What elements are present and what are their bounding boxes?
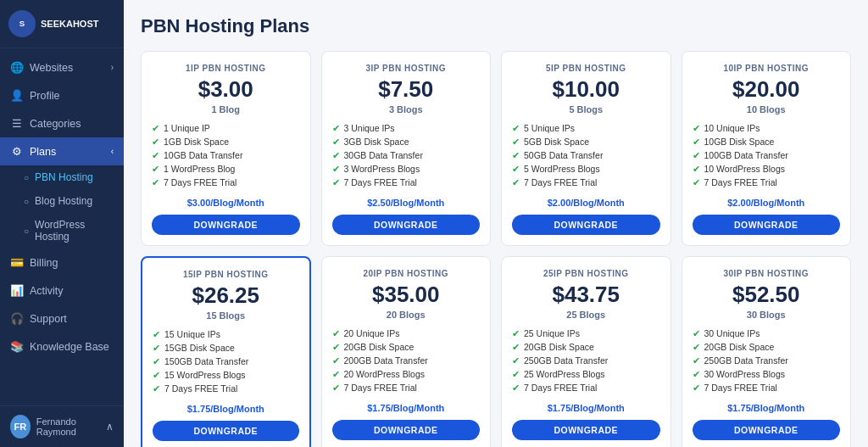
- logo-icon: S: [8, 10, 36, 37]
- sidebar-item-websites[interactable]: 🌐 Websites ›: [0, 53, 124, 81]
- downgrade-button-3ip[interactable]: DOWNGRADE: [332, 215, 481, 235]
- feature-item: ✔20 WordPress Blogs: [332, 367, 481, 381]
- sidebar-item-activity-label: Activity: [30, 285, 64, 297]
- checkmark-icon: ✔: [693, 369, 700, 380]
- feature-item: ✔7 Days FREE Trial: [693, 381, 841, 394]
- sidebar-navigation: 🌐 Websites › 👤 Profile ☰ Categories ⚙ Pl…: [0, 48, 124, 405]
- feature-item: ✔7 Days FREE Trial: [332, 176, 481, 189]
- feature-item: ✔3 Unique IPs: [332, 121, 481, 135]
- plan-per-blog-20ip: $1.75/Blog/Month: [367, 403, 444, 413]
- downgrade-button-10ip[interactable]: DOWNGRADE: [693, 215, 841, 235]
- plan-per-blog-25ip: $1.75/Blog/Month: [548, 403, 625, 413]
- plan-per-blog-1ip: $3.00/Blog/Month: [187, 198, 264, 208]
- plan-blogs-1ip: 1 Blog: [211, 104, 240, 115]
- main-content: PBN Hosting Plans 1IP PBN HOSTING$3.001 …: [124, 0, 868, 447]
- checkmark-icon: ✔: [693, 342, 700, 353]
- blog-hosting-dot-icon: ○: [24, 197, 29, 206]
- plan-price-25ip: $43.75: [552, 282, 620, 308]
- checkmark-icon: ✔: [693, 137, 700, 148]
- feature-item: ✔20GB Disk Space: [512, 340, 660, 354]
- sidebar-item-knowledge-base[interactable]: 📚 Knowledge Base: [0, 332, 124, 360]
- feature-item: ✔1 Unique IP: [152, 121, 300, 135]
- feature-item: ✔10GB Disk Space: [693, 135, 841, 148]
- plan-name-30ip: 30IP PBN HOSTING: [723, 269, 809, 278]
- plan-blogs-10ip: 10 Blogs: [747, 104, 786, 115]
- plan-features-1ip: ✔1 Unique IP✔1GB Disk Space✔10GB Data Tr…: [152, 121, 300, 189]
- websites-arrow-icon: ›: [111, 63, 114, 72]
- categories-icon: ☰: [10, 117, 24, 130]
- sidebar-subitem-wordpress-label: WordPress Hosting: [35, 219, 114, 243]
- checkmark-icon: ✔: [332, 342, 340, 353]
- logo-text: SEEKAHOST: [41, 19, 98, 29]
- sidebar-item-support[interactable]: 🎧 Support: [0, 305, 124, 332]
- sidebar-subitem-pbn-hosting[interactable]: ○ PBN Hosting: [0, 165, 124, 189]
- feature-item: ✔15 Unique IPs: [153, 327, 299, 341]
- plan-features-3ip: ✔3 Unique IPs✔3GB Disk Space✔30GB Data T…: [332, 121, 481, 189]
- checkmark-icon: ✔: [512, 369, 520, 380]
- plan-features-25ip: ✔25 Unique IPs✔20GB Disk Space✔250GB Dat…: [512, 327, 660, 394]
- feature-item: ✔30 Unique IPs: [693, 327, 841, 340]
- checkmark-icon: ✔: [693, 383, 700, 394]
- user-menu-arrow-icon[interactable]: ∧: [106, 421, 114, 433]
- checkmark-icon: ✔: [152, 164, 159, 175]
- downgrade-button-15ip[interactable]: DOWNGRADE: [153, 421, 299, 441]
- profile-icon: 👤: [10, 89, 24, 102]
- feature-item: ✔25 Unique IPs: [512, 327, 660, 340]
- checkmark-icon: ✔: [152, 137, 159, 148]
- sidebar-item-activity[interactable]: 📊 Activity: [0, 277, 124, 305]
- feature-item: ✔15GB Disk Space: [153, 341, 299, 355]
- plan-card-15ip: 15IP PBN HOSTING$26.2515 Blogs✔15 Unique…: [141, 256, 311, 447]
- feature-item: ✔7 Days FREE Trial: [332, 381, 481, 394]
- plan-per-blog-5ip: $2.00/Blog/Month: [548, 198, 625, 208]
- checkmark-icon: ✔: [153, 343, 160, 354]
- plan-price-1ip: $3.00: [198, 76, 253, 103]
- plan-per-blog-3ip: $2.50/Blog/Month: [367, 198, 444, 208]
- sidebar-item-profile[interactable]: 👤 Profile: [0, 81, 124, 109]
- sidebar-user[interactable]: FR Fernando Raymond ∧: [0, 405, 124, 447]
- feature-item: ✔7 Days FREE Trial: [153, 382, 299, 395]
- checkmark-icon: ✔: [512, 355, 520, 366]
- feature-item: ✔20 Unique IPs: [332, 327, 481, 340]
- checkmark-icon: ✔: [512, 342, 520, 353]
- checkmark-icon: ✔: [693, 177, 700, 188]
- downgrade-button-25ip[interactable]: DOWNGRADE: [512, 420, 660, 440]
- checkmark-icon: ✔: [152, 177, 159, 188]
- sidebar-subitem-wordpress-hosting[interactable]: ○ WordPress Hosting: [0, 213, 124, 249]
- checkmark-icon: ✔: [332, 137, 340, 148]
- feature-item: ✔1GB Disk Space: [152, 135, 300, 148]
- feature-item: ✔1 WordPress Blog: [152, 162, 300, 176]
- plan-features-15ip: ✔15 Unique IPs✔15GB Disk Space✔150GB Dat…: [153, 327, 299, 395]
- sidebar-subitem-blog-hosting[interactable]: ○ Blog Hosting: [0, 189, 124, 213]
- downgrade-button-20ip[interactable]: DOWNGRADE: [332, 420, 481, 440]
- plan-price-20ip: $35.00: [372, 282, 440, 308]
- sidebar-subitem-pbn-label: PBN Hosting: [35, 171, 93, 183]
- wordpress-hosting-dot-icon: ○: [24, 226, 29, 236]
- checkmark-icon: ✔: [693, 164, 700, 175]
- checkmark-icon: ✔: [152, 150, 159, 161]
- plan-features-30ip: ✔30 Unique IPs✔20GB Disk Space✔250GB Dat…: [693, 327, 841, 394]
- avatar: FR: [10, 415, 31, 439]
- websites-icon: 🌐: [10, 61, 24, 74]
- downgrade-button-30ip[interactable]: DOWNGRADE: [693, 420, 841, 440]
- feature-item: ✔10GB Data Transfer: [152, 148, 300, 162]
- plan-name-20ip: 20IP PBN HOSTING: [363, 269, 448, 278]
- feature-item: ✔10 Unique IPs: [693, 121, 841, 135]
- downgrade-button-5ip[interactable]: DOWNGRADE: [512, 215, 660, 235]
- downgrade-button-1ip[interactable]: DOWNGRADE: [152, 215, 300, 235]
- checkmark-icon: ✔: [152, 123, 159, 134]
- sidebar-item-profile-label: Profile: [30, 90, 59, 102]
- sidebar-item-categories[interactable]: ☰ Categories: [0, 109, 124, 137]
- feature-item: ✔7 Days FREE Trial: [152, 176, 300, 189]
- feature-item: ✔200GB Data Transfer: [332, 354, 481, 367]
- feature-item: ✔150GB Data Transfer: [153, 355, 299, 368]
- plan-features-10ip: ✔10 Unique IPs✔10GB Disk Space✔100GB Dat…: [693, 121, 841, 189]
- plans-grid-row1: 1IP PBN HOSTING$3.001 Blog✔1 Unique IP✔1…: [141, 51, 851, 246]
- user-info: FR Fernando Raymond: [10, 415, 106, 439]
- user-name: Fernando Raymond: [36, 416, 106, 437]
- plans-arrow-icon: ‹: [111, 147, 114, 156]
- sidebar-item-billing[interactable]: 💳 Billing: [0, 249, 124, 277]
- plan-price-15ip: $26.25: [192, 282, 259, 309]
- sidebar-item-plans[interactable]: ⚙ Plans ‹: [0, 137, 124, 165]
- checkmark-icon: ✔: [512, 164, 520, 175]
- checkmark-icon: ✔: [332, 383, 340, 394]
